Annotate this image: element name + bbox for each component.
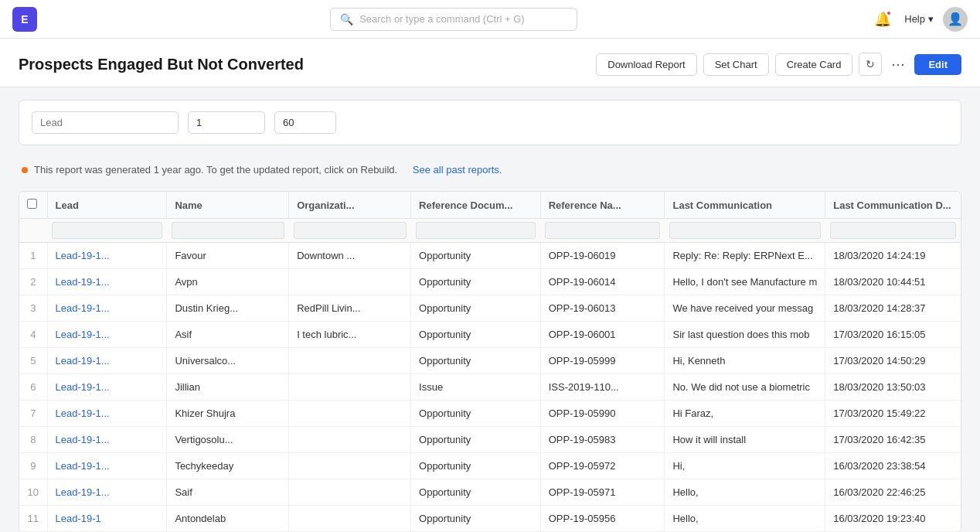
row-name: Saif bbox=[167, 479, 289, 506]
refresh-button[interactable]: ↻ bbox=[859, 53, 882, 76]
row-name: Khizer Shujra bbox=[167, 401, 289, 427]
table-row: 6 Lead-19-1... Jillian Issue ISS-2019-11… bbox=[19, 374, 961, 401]
row-last-comm: Hello, I don't see Manufacture m bbox=[665, 269, 825, 295]
row-org bbox=[289, 401, 411, 427]
help-button[interactable]: Help ▾ bbox=[904, 13, 934, 25]
avatar[interactable]: 👤 bbox=[943, 7, 968, 32]
col-filter-name[interactable] bbox=[172, 222, 284, 239]
row-lead[interactable]: Lead-19-1... bbox=[47, 295, 167, 322]
row-last-comm: Reply: Re: Reply: ERPNext E... bbox=[665, 243, 825, 269]
table-row: 8 Lead-19-1... Vertigosolu... Opportunit… bbox=[19, 427, 961, 453]
row-lead[interactable]: Lead-19-1... bbox=[47, 322, 167, 348]
see-past-reports-link[interactable]: See all past reports. bbox=[413, 164, 502, 176]
filter-input-2[interactable] bbox=[188, 111, 265, 134]
row-ref-name: OPP-19-05971 bbox=[540, 479, 665, 506]
row-lead[interactable]: Lead-19-1... bbox=[47, 453, 167, 479]
topnav-right: 🔔 Help ▾ 👤 bbox=[870, 7, 968, 32]
row-name: Asif bbox=[167, 322, 289, 348]
select-all-checkbox[interactable] bbox=[27, 199, 37, 209]
search-placeholder: Search or type a command (Ctrl + G) bbox=[359, 13, 525, 25]
row-last-comm: Hi, bbox=[665, 453, 825, 479]
more-options-button[interactable]: ⋯ bbox=[888, 54, 908, 74]
table-filter-row bbox=[19, 219, 961, 243]
row-org bbox=[289, 348, 411, 374]
row-last-comm: Hi, Kenneth bbox=[665, 348, 825, 374]
row-org bbox=[289, 269, 411, 295]
set-chart-button[interactable]: Set Chart bbox=[703, 53, 769, 76]
data-table: Lead Name Organizati... Reference Docum.… bbox=[19, 191, 961, 532]
row-name: Antondelab bbox=[167, 506, 289, 532]
row-number: 3 bbox=[19, 295, 47, 322]
row-name: Universalco... bbox=[167, 348, 289, 374]
row-org bbox=[289, 427, 411, 453]
row-name: Dustin Krieg... bbox=[167, 295, 289, 322]
row-lead[interactable]: Lead-19-1... bbox=[47, 348, 167, 374]
table-row: 11 Lead-19-1 Antondelab Opportunity OPP-… bbox=[19, 506, 961, 532]
notice-text: This report was generated 1 year ago. To… bbox=[34, 164, 397, 176]
row-last-comm-date: 17/03/2020 15:49:22 bbox=[825, 401, 961, 427]
row-lead[interactable]: Lead-19-1... bbox=[47, 427, 167, 453]
row-org: RedPill Livin... bbox=[289, 295, 411, 322]
row-last-comm-date: 16/03/2020 23:38:54 bbox=[825, 453, 961, 479]
notification-dot bbox=[886, 10, 892, 16]
row-ref-name: OPP-19-06014 bbox=[540, 269, 665, 295]
row-ref-doc: Opportunity bbox=[411, 348, 541, 374]
col-lead: Lead bbox=[47, 192, 167, 219]
row-org bbox=[289, 453, 411, 479]
notifications-button[interactable]: 🔔 bbox=[870, 7, 895, 32]
row-last-comm: Sir last question does this mob bbox=[665, 322, 825, 348]
edit-button[interactable]: Edit bbox=[914, 54, 961, 75]
app-icon[interactable]: E bbox=[12, 7, 37, 32]
row-org bbox=[289, 479, 411, 506]
col-filter-lead[interactable] bbox=[52, 222, 162, 239]
table-row: 1 Lead-19-1... Favour Downtown ... Oppor… bbox=[19, 243, 961, 269]
row-number: 5 bbox=[19, 348, 47, 374]
col-checkbox bbox=[19, 192, 47, 219]
row-name: Vertigosolu... bbox=[167, 427, 289, 453]
row-last-comm-date: 17/03/2020 16:15:05 bbox=[825, 322, 961, 348]
row-ref-doc: Opportunity bbox=[411, 506, 541, 532]
row-lead[interactable]: Lead-19-1... bbox=[47, 401, 167, 427]
header-actions: Download Report Set Chart Create Card ↻ … bbox=[596, 53, 961, 76]
create-card-button[interactable]: Create Card bbox=[775, 53, 853, 76]
col-filter-last-comm[interactable] bbox=[669, 222, 821, 239]
row-org bbox=[289, 374, 411, 401]
search-icon: 🔍 bbox=[340, 13, 353, 26]
row-ref-doc: Opportunity bbox=[411, 479, 541, 506]
topnav: E 🔍 Search or type a command (Ctrl + G) … bbox=[0, 0, 980, 39]
row-last-comm: Hi Faraz, bbox=[665, 401, 825, 427]
row-lead[interactable]: Lead-19-1 bbox=[47, 506, 167, 532]
row-ref-name: OPP-19-05983 bbox=[540, 427, 665, 453]
lead-filter-input[interactable] bbox=[32, 111, 179, 134]
row-name: Techykeeday bbox=[167, 453, 289, 479]
row-last-comm-date: 18/03/2020 10:44:51 bbox=[825, 269, 961, 295]
col-filter-ref-doc[interactable] bbox=[416, 222, 536, 239]
row-number: 8 bbox=[19, 427, 47, 453]
row-lead[interactable]: Lead-19-1... bbox=[47, 269, 167, 295]
row-name: Favour bbox=[167, 243, 289, 269]
row-last-comm: No. We did not use a biometric bbox=[665, 374, 825, 401]
download-report-button[interactable]: Download Report bbox=[596, 53, 696, 76]
row-lead[interactable]: Lead-19-1... bbox=[47, 243, 167, 269]
table-row: 9 Lead-19-1... Techykeeday Opportunity O… bbox=[19, 453, 961, 479]
row-number: 9 bbox=[19, 453, 47, 479]
row-ref-doc: Opportunity bbox=[411, 427, 541, 453]
table-header-row: Lead Name Organizati... Reference Docum.… bbox=[19, 192, 961, 219]
col-ref-doc: Reference Docum... bbox=[411, 192, 541, 219]
row-ref-doc: Issue bbox=[411, 374, 541, 401]
col-filter-ref-name[interactable] bbox=[545, 222, 660, 239]
row-ref-name: OPP-19-06001 bbox=[540, 322, 665, 348]
row-lead[interactable]: Lead-19-1... bbox=[47, 479, 167, 506]
row-number: 4 bbox=[19, 322, 47, 348]
search-bar[interactable]: 🔍 Search or type a command (Ctrl + G) bbox=[330, 8, 577, 31]
col-filter-org[interactable] bbox=[294, 222, 407, 239]
table-row: 10 Lead-19-1... Saif Opportunity OPP-19-… bbox=[19, 479, 961, 506]
col-last-comm: Last Communication bbox=[665, 192, 825, 219]
row-lead[interactable]: Lead-19-1... bbox=[47, 374, 167, 401]
row-last-comm: We have received your messag bbox=[665, 295, 825, 322]
col-filter-last-comm-date[interactable] bbox=[830, 222, 956, 239]
filter-input-3[interactable] bbox=[274, 111, 336, 134]
row-number: 7 bbox=[19, 401, 47, 427]
table-row: 3 Lead-19-1... Dustin Krieg... RedPill L… bbox=[19, 295, 961, 322]
topnav-left: E bbox=[12, 7, 37, 32]
